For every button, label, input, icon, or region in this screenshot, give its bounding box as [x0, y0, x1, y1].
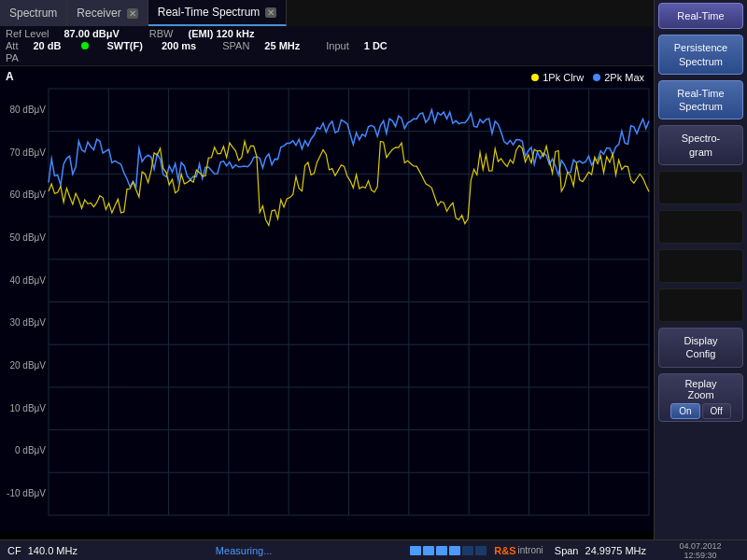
right-panel: Real-Time PersistenceSpectrum Real-TimeS… [654, 0, 747, 560]
realtime-spectrum-button[interactable]: Real-TimeSpectrum [658, 80, 743, 120]
span-label: SPAN [222, 40, 249, 51]
tab-realtime-spectrum[interactable]: Real-Time Spectrum ✕ [148, 0, 288, 26]
chart-legend: 1Pk Clrw 2Pk Max [531, 72, 644, 83]
legend-2pk: 2Pk Max [593, 72, 644, 83]
trace-label-a: A [6, 70, 14, 83]
prog-4 [449, 546, 460, 555]
replay-zoom-label: ReplayZoom [663, 378, 739, 400]
rbw-value: (EMI) 120 kHz [188, 28, 254, 39]
chart-area: A 1Pk Clrw 2Pk Max [0, 66, 654, 532]
prog-6 [475, 546, 486, 555]
prog-2 [423, 546, 434, 555]
status-bar: CF 140.0 MHz Measuring... R&S introni Sp… [0, 539, 654, 560]
swt-value: SWT(F) [106, 40, 142, 51]
empty-btn-1 [658, 171, 743, 204]
empty-btn-4 [658, 288, 743, 322]
legend-1pk-color [531, 74, 539, 81]
real-time-button[interactable]: Real-Time [658, 3, 743, 29]
att-label: Att [6, 40, 18, 51]
cf-value: 140.0 MHz [28, 545, 78, 556]
input-value: 1 DC [364, 40, 388, 51]
cf-label: CF [7, 545, 21, 556]
replay-zoom-toggle: On Off [663, 403, 739, 419]
main-content: Ref Level 87.00 dBμV RBW (EMI) 120 kHz A… [0, 26, 654, 532]
input-label: Input [326, 40, 348, 51]
datetime-display: 04.07.2012 12:59:30 [654, 539, 747, 560]
tab-bar: Spectrum Receiver ✕ Real-Time Spectrum ✕ [0, 0, 747, 26]
pa-label: PA [6, 52, 19, 63]
legend-1pk-label: 1Pk Clrw [543, 72, 584, 83]
empty-btn-2 [658, 210, 743, 244]
span-label-status: Span [555, 545, 579, 556]
legend-2pk-label: 2Pk Max [604, 72, 644, 83]
ref-level-value: 87.00 dBμV [63, 28, 119, 39]
close-receiver-tab[interactable]: ✕ [127, 8, 138, 19]
persistence-spectrum-button[interactable]: PersistenceSpectrum [658, 35, 743, 75]
time-value: 12:59:30 [684, 551, 716, 560]
progress-indicator [410, 546, 486, 555]
replay-zoom-off[interactable]: Off [702, 403, 731, 419]
legend-1pk: 1Pk Clrw [531, 72, 584, 83]
brand-logo: R&S [494, 545, 515, 556]
display-config-button[interactable]: DisplayConfig [658, 328, 743, 368]
close-realtime-tab[interactable]: ✕ [265, 7, 276, 18]
spectrum-canvas [0, 66, 654, 532]
prog-1 [410, 546, 421, 555]
att-value: 20 dB [33, 40, 61, 51]
date-value: 04.07.2012 [679, 541, 721, 551]
span-value-status: 24.9975 MHz [585, 545, 646, 556]
green-indicator [81, 42, 89, 49]
ref-level-label: Ref Level [6, 28, 49, 39]
span-display: Span 24.9975 MHz [555, 545, 646, 556]
prog-3 [436, 546, 447, 555]
tab-receiver[interactable]: Receiver ✕ [67, 0, 148, 26]
spectrogram-button[interactable]: Spectro-gram [658, 125, 743, 165]
cf-display: CF 140.0 MHz [7, 545, 78, 556]
legend-2pk-color [593, 74, 600, 81]
tab-spectrum[interactable]: Spectrum [0, 0, 67, 26]
rbw-label: RBW [149, 28, 174, 39]
prog-5 [462, 546, 473, 555]
replay-zoom-on[interactable]: On [670, 403, 699, 419]
replay-zoom-container: ReplayZoom On Off [658, 373, 743, 422]
span-value: 25 MHz [264, 40, 300, 51]
swt-ms: 200 ms [162, 40, 196, 51]
measuring-status: Measuring... [78, 545, 410, 556]
empty-btn-3 [658, 249, 743, 283]
info-bar: Ref Level 87.00 dBμV RBW (EMI) 120 kHz A… [0, 26, 654, 66]
brand-sub: introni [518, 545, 543, 555]
